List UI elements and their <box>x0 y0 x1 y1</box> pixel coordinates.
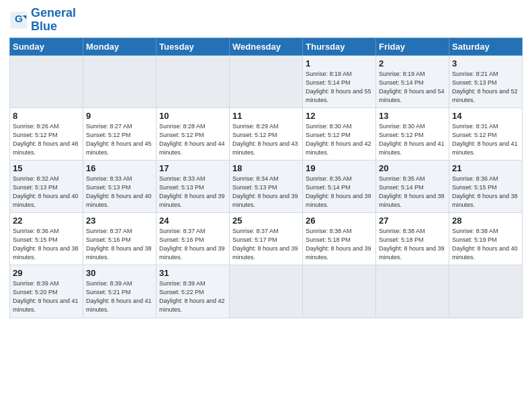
day-info: Sunrise: 8:39 AMSunset: 5:20 PMDaylight:… <box>13 279 80 314</box>
calendar-cell: 20Sunrise: 8:35 AMSunset: 5:14 PMDayligh… <box>376 160 449 212</box>
calendar-cell: 29Sunrise: 8:39 AMSunset: 5:20 PMDayligh… <box>10 265 83 318</box>
day-info: Sunrise: 8:39 AMSunset: 5:21 PMDaylight:… <box>86 279 153 314</box>
calendar-cell: 28Sunrise: 8:38 AMSunset: 5:19 PMDayligh… <box>449 213 523 265</box>
day-info: Sunrise: 8:37 AMSunset: 5:17 PMDaylight:… <box>232 227 300 262</box>
day-info: Sunrise: 8:35 AMSunset: 5:14 PMDaylight:… <box>379 175 446 210</box>
calendar-cell: 1Sunrise: 8:18 AMSunset: 5:14 PMDaylight… <box>303 55 376 107</box>
calendar-cell: 27Sunrise: 8:38 AMSunset: 5:18 PMDayligh… <box>376 213 449 265</box>
day-info: Sunrise: 8:26 AMSunset: 5:12 PMDaylight:… <box>13 122 80 157</box>
day-number: 29 <box>13 268 80 278</box>
weekday-header: Saturday <box>449 38 523 55</box>
day-number: 14 <box>452 111 519 121</box>
calendar-cell <box>449 265 523 318</box>
day-info: Sunrise: 8:27 AMSunset: 5:12 PMDaylight:… <box>86 122 153 157</box>
day-number: 9 <box>86 111 153 121</box>
day-info: Sunrise: 8:38 AMSunset: 5:18 PMDaylight:… <box>379 227 446 262</box>
calendar-cell: 23Sunrise: 8:37 AMSunset: 5:16 PMDayligh… <box>83 213 157 265</box>
calendar-cell <box>83 55 157 107</box>
calendar-cell: 14Sunrise: 8:31 AMSunset: 5:12 PMDayligh… <box>449 107 523 160</box>
weekday-header: Monday <box>83 38 157 55</box>
calendar-cell: 10Sunrise: 8:28 AMSunset: 5:12 PMDayligh… <box>157 107 230 160</box>
day-number: 12 <box>306 111 373 121</box>
day-info: Sunrise: 8:30 AMSunset: 5:12 PMDaylight:… <box>306 122 373 157</box>
calendar-cell: 19Sunrise: 8:35 AMSunset: 5:14 PMDayligh… <box>303 160 376 212</box>
day-info: Sunrise: 8:30 AMSunset: 5:12 PMDaylight:… <box>379 122 446 157</box>
calendar-cell: 9Sunrise: 8:27 AMSunset: 5:12 PMDaylight… <box>83 107 157 160</box>
day-number: 27 <box>379 216 446 226</box>
day-number: 17 <box>159 163 226 173</box>
day-info: Sunrise: 8:29 AMSunset: 5:12 PMDaylight:… <box>232 122 300 157</box>
day-number: 1 <box>306 58 373 68</box>
calendar-cell: 22Sunrise: 8:36 AMSunset: 5:15 PMDayligh… <box>10 213 83 265</box>
weekday-header: Wednesday <box>230 38 303 55</box>
day-number: 13 <box>379 111 446 121</box>
day-number: 20 <box>379 163 446 173</box>
day-number: 18 <box>232 163 300 173</box>
day-number: 25 <box>232 216 300 226</box>
day-number: 26 <box>306 216 373 226</box>
logo: G General Blue <box>9 7 76 34</box>
calendar-cell: 13Sunrise: 8:30 AMSunset: 5:12 PMDayligh… <box>376 107 449 160</box>
calendar-cell: 18Sunrise: 8:34 AMSunset: 5:13 PMDayligh… <box>230 160 303 212</box>
day-number: 2 <box>379 58 446 68</box>
calendar-cell: 16Sunrise: 8:33 AMSunset: 5:13 PMDayligh… <box>83 160 157 212</box>
day-info: Sunrise: 8:18 AMSunset: 5:14 PMDaylight:… <box>306 70 373 105</box>
calendar-cell <box>230 55 303 107</box>
day-number: 28 <box>452 216 519 226</box>
calendar-cell: 8Sunrise: 8:26 AMSunset: 5:12 PMDaylight… <box>10 107 83 160</box>
calendar-cell: 25Sunrise: 8:37 AMSunset: 5:17 PMDayligh… <box>230 213 303 265</box>
day-info: Sunrise: 8:31 AMSunset: 5:12 PMDaylight:… <box>452 122 519 157</box>
calendar-cell: 2Sunrise: 8:19 AMSunset: 5:14 PMDaylight… <box>376 55 449 107</box>
calendar-container: G General Blue SundayMondayTuesdayWednes… <box>0 0 532 325</box>
weekday-header: Tuesday <box>157 38 230 55</box>
weekday-header: Sunday <box>10 38 83 55</box>
day-info: Sunrise: 8:38 AMSunset: 5:19 PMDaylight:… <box>452 227 519 262</box>
day-number: 22 <box>13 216 80 226</box>
calendar-week-row: 15Sunrise: 8:32 AMSunset: 5:13 PMDayligh… <box>10 160 523 212</box>
calendar-cell: 17Sunrise: 8:33 AMSunset: 5:13 PMDayligh… <box>157 160 230 212</box>
calendar-cell: 12Sunrise: 8:30 AMSunset: 5:12 PMDayligh… <box>303 107 376 160</box>
calendar-cell <box>230 265 303 318</box>
day-info: Sunrise: 8:36 AMSunset: 5:15 PMDaylight:… <box>452 175 519 210</box>
calendar-cell: 21Sunrise: 8:36 AMSunset: 5:15 PMDayligh… <box>449 160 523 212</box>
day-number: 24 <box>159 216 226 226</box>
calendar-table: SundayMondayTuesdayWednesdayThursdayFrid… <box>9 38 523 318</box>
calendar-cell <box>303 265 376 318</box>
day-info: Sunrise: 8:32 AMSunset: 5:13 PMDaylight:… <box>13 175 80 210</box>
logo-icon: G <box>9 11 28 30</box>
calendar-cell <box>10 55 83 107</box>
day-number: 19 <box>306 163 373 173</box>
day-number: 15 <box>13 163 80 173</box>
calendar-week-row: 22Sunrise: 8:36 AMSunset: 5:15 PMDayligh… <box>10 213 523 265</box>
calendar-cell <box>157 55 230 107</box>
calendar-week-row: 8Sunrise: 8:26 AMSunset: 5:12 PMDaylight… <box>10 107 523 160</box>
day-info: Sunrise: 8:34 AMSunset: 5:13 PMDaylight:… <box>232 175 300 210</box>
day-number: 10 <box>159 111 226 121</box>
calendar-week-row: 1Sunrise: 8:18 AMSunset: 5:14 PMDaylight… <box>10 55 523 107</box>
logo-line2: Blue <box>31 19 57 33</box>
day-info: Sunrise: 8:38 AMSunset: 5:18 PMDaylight:… <box>306 227 373 262</box>
calendar-cell: 15Sunrise: 8:32 AMSunset: 5:13 PMDayligh… <box>10 160 83 212</box>
header-row: SundayMondayTuesdayWednesdayThursdayFrid… <box>10 38 523 55</box>
day-info: Sunrise: 8:36 AMSunset: 5:15 PMDaylight:… <box>13 227 80 262</box>
day-number: 31 <box>159 268 226 278</box>
day-info: Sunrise: 8:35 AMSunset: 5:14 PMDaylight:… <box>306 175 373 210</box>
calendar-cell: 31Sunrise: 8:39 AMSunset: 5:22 PMDayligh… <box>157 265 230 318</box>
calendar-cell: 3Sunrise: 8:21 AMSunset: 5:13 PMDaylight… <box>449 55 523 107</box>
day-info: Sunrise: 8:37 AMSunset: 5:16 PMDaylight:… <box>159 227 226 262</box>
logo-line1: General <box>31 6 76 19</box>
day-number: 11 <box>232 111 300 121</box>
day-info: Sunrise: 8:28 AMSunset: 5:12 PMDaylight:… <box>159 122 226 157</box>
day-number: 21 <box>452 163 519 173</box>
header: G General Blue <box>9 7 523 34</box>
day-number: 3 <box>452 58 519 68</box>
day-info: Sunrise: 8:21 AMSunset: 5:13 PMDaylight:… <box>452 70 519 105</box>
weekday-header: Thursday <box>303 38 376 55</box>
calendar-week-row: 29Sunrise: 8:39 AMSunset: 5:20 PMDayligh… <box>10 265 523 318</box>
day-number: 8 <box>13 111 80 121</box>
day-info: Sunrise: 8:19 AMSunset: 5:14 PMDaylight:… <box>379 70 446 105</box>
day-number: 16 <box>86 163 153 173</box>
day-number: 23 <box>86 216 153 226</box>
calendar-cell: 30Sunrise: 8:39 AMSunset: 5:21 PMDayligh… <box>83 265 157 318</box>
calendar-cell: 24Sunrise: 8:37 AMSunset: 5:16 PMDayligh… <box>157 213 230 265</box>
